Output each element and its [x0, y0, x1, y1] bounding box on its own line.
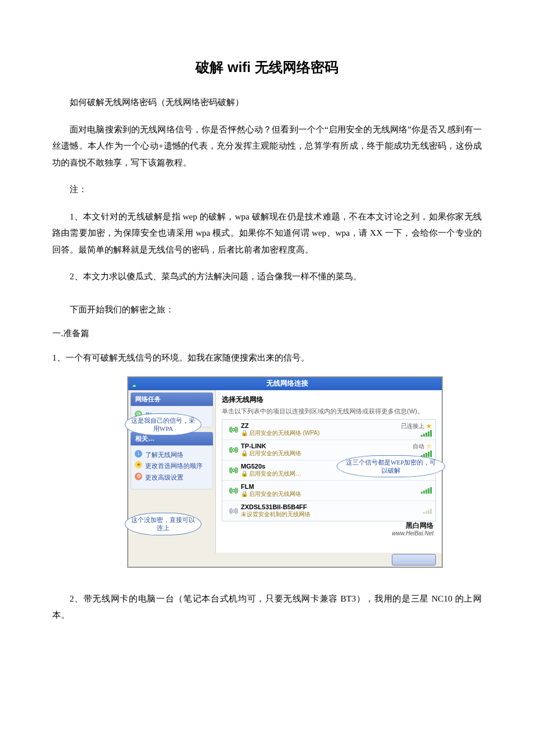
stamp-url: www.HeiBai.Net [392, 530, 434, 537]
wifi-ssid: ZZ [241, 422, 391, 429]
motivation: 面对电脑搜索到的无线网络信号，你是否怦然心动？但看到一个个“启用安全的无线网络”… [52, 121, 482, 171]
wifi-ssid: ZXDSL531BII-B5B4FF [241, 503, 391, 510]
intro-label: 如何破解无线网络密码（无线网络密码破解） [52, 94, 482, 111]
wifi-security: 启用安全的无线网络 (WPA) [249, 430, 319, 436]
lock-icon: 🔒 [241, 491, 248, 497]
connected-star-icon: ★ [426, 423, 432, 429]
star-icon: ☆ [426, 443, 432, 449]
callout-mine: 这是我自己的信号，采用WPA [125, 413, 201, 436]
side-advanced-label: 更改高级设置 [145, 474, 183, 481]
signal-icon [226, 507, 241, 514]
wifi-security: 启用安全的无线网络 [249, 491, 301, 497]
wifi-security: 启用安全的无线网… [249, 470, 301, 477]
stamp-name: 黑白网络 [406, 521, 434, 530]
xp-footer [128, 553, 442, 567]
signal-bars [421, 488, 432, 494]
note-1: 1、本文针对的无线破解是指 wep 的破解，wpa 破解现在仍是技术难题，不在本… [52, 208, 482, 258]
wifi-ssid: FLM [241, 483, 391, 490]
wifi-item[interactable]: FLM 🔒启用安全的无线网络 [222, 481, 435, 501]
info-icon: i [135, 450, 142, 458]
xp-side-panel: 网络任务 ⟳ 刷… 这是我自己的信号，采用WPA 相关… i 了解无线网络 [128, 390, 215, 553]
wifi-icon [132, 381, 140, 387]
callout-open: 这个没加密，直接可以连上 [125, 513, 201, 535]
wifi-item[interactable]: ZXDSL531BII-B5B4FF 未设置安全机制的无线网络 [222, 501, 435, 521]
wifi-security: 启用安全的无线网络 [249, 450, 301, 456]
prep-2: 2、带无线网卡的电脑一台（笔记本台式机均可，只要无线网卡兼容 BT3），我用的是… [52, 591, 482, 624]
lock-icon: 🔒 [241, 450, 248, 456]
xp-tasks-header: 网络任务 [131, 393, 213, 406]
signal-icon [226, 426, 241, 433]
star-icon: ★ [135, 461, 142, 469]
prep-1: 1、一个有可破解无线信号的环境。如我在家随便搜索出来的信号。 [52, 350, 482, 366]
note-head: 注： [52, 181, 482, 198]
signal-bars [423, 508, 432, 514]
side-advanced[interactable]: ⚙ 更改高级设置 [135, 472, 209, 483]
signal-icon [226, 487, 241, 494]
lock-icon: 🔒 [241, 430, 248, 436]
side-order-label: 更改首选网络的顺序 [145, 462, 203, 469]
gear-icon: ⚙ [135, 473, 142, 480]
xp-main: 选择无线网络 单击以下列表中的项目以连接到区域内的无线网络或获得更多信息(W)。… [215, 390, 442, 553]
signal-icon [226, 467, 241, 473]
section-prepare: 一.准备篇 [52, 328, 482, 339]
xp-titlebar: 无线网络连接 [128, 377, 442, 390]
lock-icon: 🔒 [241, 470, 248, 477]
side-learn[interactable]: i 了解无线网络 [135, 449, 209, 460]
journey-line: 下面开始我们的解密之旅： [52, 301, 482, 318]
wifi-item[interactable]: ZZ 🔒启用安全的无线网络 (WPA) 已连接上 ★ [222, 420, 435, 440]
signal-bars [421, 431, 432, 437]
note-2: 2、本文力求以傻瓜式、菜鸟式的方法解决问题，适合像我一样不懂的菜鸟。 [52, 268, 482, 285]
xp-related-body: i 了解无线网络 ★ 更改首选网络的顺序 ⚙ 更改高级设置 [131, 445, 213, 489]
wifi-status: 已连接上 [401, 423, 424, 429]
xp-title-text: 无线网络连接 [143, 379, 431, 388]
main-hint: 单击以下列表中的项目以连接到区域内的无线网络或获得更多信息(W)。 [222, 407, 436, 416]
wifi-security: 未设置安全机制的无线网络 [241, 511, 311, 517]
callout-wep: 这三个信号都是WEP加密的，可以破解 [337, 455, 445, 478]
wifi-status: 自动 [413, 443, 424, 449]
side-order[interactable]: ★ 更改首选网络的顺序 [135, 460, 209, 471]
wifi-ssid: TP-LINK [241, 442, 391, 449]
source-stamp: 黑白网络 www.HeiBai.Net [392, 522, 434, 537]
side-learn-label: 了解无线网络 [145, 451, 183, 458]
xp-connect-button[interactable] [392, 554, 436, 566]
doc-title: 破解 wifi 无线网络密码 [52, 58, 482, 77]
xp-wireless-dialog: 无线网络连接 网络任务 ⟳ 刷… 这是我自己的信号，采用WPA 相关… [128, 377, 442, 567]
main-heading: 选择无线网络 [222, 395, 436, 405]
signal-icon [226, 447, 241, 453]
